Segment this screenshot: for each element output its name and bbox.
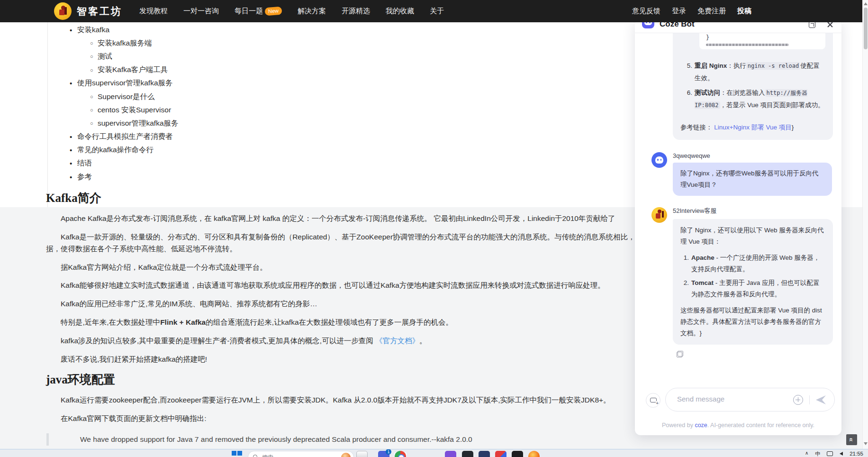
list-item: 5. 重启 Nginx：执行nginx -s reload使配置生效。 (685, 60, 825, 84)
nav-menu: 发现教程 一对一咨询 每日一题New 解决方案 开源精选 我的收藏 关于 (139, 7, 444, 16)
network-icon[interactable] (827, 451, 833, 456)
ime-indicator[interactable]: 中 (815, 450, 820, 457)
bullet-icon: ○ (90, 40, 95, 46)
inline-link[interactable]: coze (695, 422, 707, 429)
toc-label: 测试 (98, 52, 112, 62)
windows-taskbar: 搜索 1 ∧ 中 21:55 (0, 449, 868, 457)
nav-right-menu: 意见反馈 登录 免费注册 投稿 (632, 0, 751, 22)
toc-label: 安装kafka服务端 (98, 38, 152, 48)
message-input[interactable] (677, 395, 796, 403)
speaker-icon[interactable] (840, 452, 843, 456)
toc-label: 结语 (77, 158, 92, 168)
new-badge: New (264, 7, 282, 16)
bullet-icon: ○ (90, 54, 95, 59)
nav-item-opensource[interactable]: 开源精选 (342, 7, 370, 16)
search-icon (253, 455, 257, 457)
copy-message-icon[interactable] (677, 351, 683, 357)
bullet-icon: • (70, 173, 75, 181)
chevron-up-icon: « (848, 438, 855, 441)
bot-message-row: 52Interview客服 除了 Nginx，还可以使用以下 Web 服务器来反… (651, 207, 833, 345)
tray-expand-icon[interactable]: ∧ (805, 450, 808, 456)
nav-item-solutions[interactable]: 解决方案 (298, 7, 326, 16)
user-name: 3qweqweqwe (673, 152, 833, 160)
notification-badge: 1 (386, 449, 391, 455)
chat-messages[interactable]: } 5. 重启 Nginx：执行nginx -s reload使配置生效。 6.… (635, 33, 841, 393)
taskbar-chrome-icon[interactable] (395, 451, 406, 457)
bullet-icon: • (70, 159, 75, 167)
code-horizontal-scrollbar[interactable] (706, 44, 819, 46)
search-daily-image (341, 453, 351, 457)
taskbar-firefox-icon[interactable] (528, 451, 540, 457)
bot-name: 52Interview客服 (673, 207, 833, 215)
search-placeholder: 搜索 (262, 454, 273, 457)
bot-intro: 除了 Nginx，还可以使用以下 Web 服务器来反向代理 Vue 项目： (680, 225, 825, 247)
chat-input-bar (635, 388, 841, 412)
nav-item-daily-question[interactable]: 每日一题New (235, 7, 282, 16)
toc-label: 命令行工具模拟生产者消费者 (77, 132, 173, 142)
toc-label: Supervisor是什么 (98, 92, 155, 102)
message-input-pill (665, 388, 835, 411)
reference-link-line: 参考链接： Linux+Nginx 部署 Vue 项目} (680, 122, 825, 133)
scroll-down-arrow-icon[interactable] (864, 442, 868, 445)
site-logo-icon (54, 2, 72, 20)
top-navbar: 智客工坊 发现教程 一对一咨询 每日一题New 解决方案 开源精选 我的收藏 关… (0, 0, 868, 22)
bullet-icon: • (70, 146, 75, 154)
send-button[interactable] (815, 395, 827, 405)
bullet-icon: • (70, 79, 75, 87)
taskbar-app-icon[interactable] (356, 451, 368, 457)
toc-label: 常见的kafka操作命令行 (77, 145, 154, 155)
toc-label: centos 安装Supervisor (98, 105, 171, 115)
bot-message-partial: } 5. 重启 Nginx：执行nginx -s reload使配置生效。 6.… (673, 33, 833, 140)
toc-label: 安装kafka (77, 25, 109, 35)
scrollbar-thumb[interactable] (864, 8, 868, 49)
code-line: } (706, 34, 819, 41)
inline-link[interactable]: Linux+Nginx 部署 Vue 项目 (714, 124, 791, 131)
list-item: 6. 测试访问：在浏览器输入http://服务器IP:8082，若显示 Vue … (685, 87, 825, 111)
brand[interactable]: 智客工坊 (54, 2, 122, 20)
powered-by-footer: Powered by coze. AI-generated content fo… (635, 422, 841, 429)
nav-item-submit[interactable]: 投稿 (737, 7, 751, 16)
taskbar-teams-icon[interactable]: 1 (378, 451, 389, 457)
coze-chat-panel: Coze Bot } 5. 重启 Nginx：执行nginx -s reload… (635, 19, 841, 435)
divider (809, 395, 810, 404)
taskbar-app-dark-icon[interactable] (462, 451, 473, 457)
nav-item-about[interactable]: 关于 (430, 7, 444, 16)
bullet-icon: ○ (90, 120, 95, 126)
page-scrollbar[interactable] (862, 0, 868, 449)
toc-label: 使用supervisor管理kafka服务 (77, 78, 173, 88)
list-item: 1. Apache - 一个广泛使用的开源 Web 服务器，支持反向代理配置。 (681, 252, 825, 275)
nav-item-feedback[interactable]: 意见反馈 (632, 7, 660, 16)
user-bubble: 除了Nginx，还有哪些Web服务器可以用于反向代理Vue项目？ (673, 163, 832, 196)
toc-label: 参考 (77, 172, 92, 182)
system-tray: ∧ 中 21:55 (805, 449, 863, 457)
taskbar-clock[interactable]: 21:55 (850, 451, 863, 457)
bullet-icon: • (70, 133, 75, 141)
bullet-icon: • (70, 26, 75, 34)
windows-start-button[interactable] (232, 451, 243, 457)
nav-item-register[interactable]: 免费注册 (697, 7, 726, 16)
taskbar-visual-studio-icon[interactable] (445, 451, 456, 457)
user-message-row: 3qweqweqwe 除了Nginx，还有哪些Web服务器可以用于反向代理Vue… (651, 152, 833, 196)
inline-link[interactable]: 《官方文档》 (375, 337, 419, 345)
toc-label: supervisor管理kafka服务 (98, 119, 179, 128)
taskbar-search-box[interactable]: 搜索 (248, 451, 354, 457)
user-avatar (651, 152, 667, 168)
nav-item-favorites[interactable]: 我的收藏 (386, 7, 414, 16)
toc-label: 安装Kafka客户端工具 (98, 65, 168, 75)
bot-avatar (651, 207, 667, 223)
bullet-icon: ○ (90, 107, 95, 113)
taskbar-app-dark2-icon[interactable] (512, 451, 523, 457)
scroll-up-arrow-icon[interactable] (864, 2, 868, 5)
back-to-top-button[interactable]: « (846, 434, 857, 445)
browser-page: •安装kafka ○安装kafka服务端 ○测试 ○安装Kafka客户端工具 •… (0, 0, 868, 457)
new-conversation-button[interactable] (646, 393, 660, 408)
bot-bubble: 除了 Nginx，还可以使用以下 Web 服务器来反向代理 Vue 项目： 1.… (673, 219, 833, 345)
nav-item-login[interactable]: 登录 (672, 7, 686, 16)
brand-title: 智客工坊 (77, 5, 122, 18)
nav-item-discover[interactable]: 发现教程 (139, 7, 168, 16)
attach-plus-icon[interactable] (793, 395, 803, 405)
bullet-icon: ○ (90, 67, 95, 73)
taskbar-media-app-icon[interactable] (495, 451, 506, 457)
taskbar-devtools-icon[interactable] (479, 451, 490, 457)
nav-item-consult[interactable]: 一对一咨询 (183, 7, 219, 16)
